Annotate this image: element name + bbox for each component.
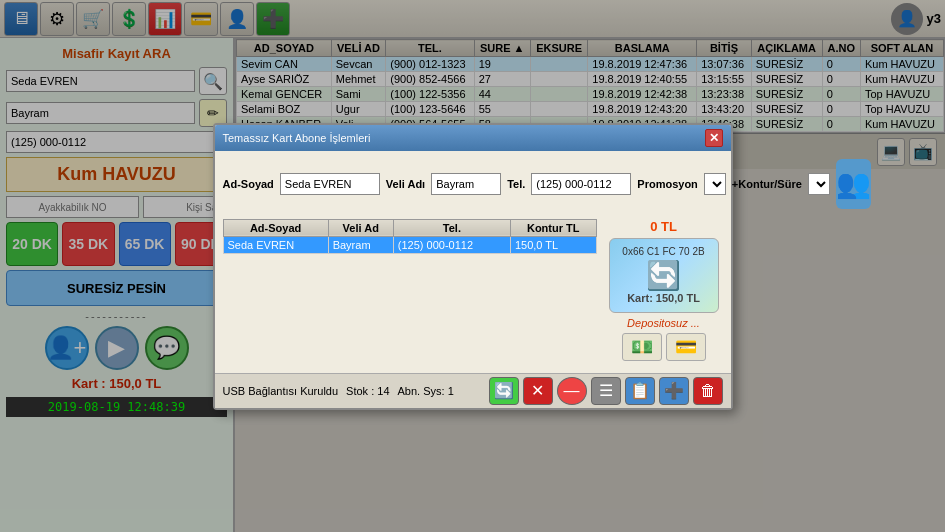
sub-col-tel: Tel. [393,219,510,236]
card-hex: 0x66 C1 FC 70 2B [622,246,704,257]
modal-title: Temassız Kart Abone İşlemleri [223,132,371,144]
card-icon: 🔄 [646,259,681,292]
cancel-x-button[interactable]: ✕ [523,377,553,405]
sub-cell-tel: (125) 000-0112 [393,236,510,253]
table-row[interactable]: Seda EVREN Bayram (125) 000-0112 150,0 T… [223,236,596,253]
modal-action-buttons: 🔄 ✕ — ☰ 📋 ➕ 🗑 [489,377,723,405]
kontur-sure-select[interactable] [808,173,830,195]
sub-col-kontur: Kontur TL [510,219,596,236]
modal-overlay: Temassız Kart Abone İşlemleri ✕ Ad-Soyad… [0,0,945,532]
modal-body: Ad-Soyad Veli Adı Tel. Promosyon +Kontur… [215,151,731,373]
stok-label: Stok : 14 [346,385,389,397]
card-visual: 0x66 C1 FC 70 2B 🔄 Kart: 150,0 TL [609,238,719,313]
card-amount: Kart: 150,0 TL [627,292,700,304]
list-button[interactable]: ☰ [591,377,621,405]
cash-icon[interactable]: 💵 [622,333,662,361]
add-button[interactable]: ➕ [659,377,689,405]
veli-adi-label: Veli Adı [386,178,425,190]
refresh-button[interactable]: 🔄 [489,377,519,405]
ad-soyad-label: Ad-Soyad [223,178,274,190]
modal-titlebar: Temassız Kart Abone İşlemleri ✕ [215,125,731,151]
sub-cell-veli: Bayram [328,236,393,253]
delete-button[interactable]: 🗑 [693,377,723,405]
modal-tel-input[interactable] [531,173,631,195]
abn-label: Abn. Sys: 1 [398,385,454,397]
modal-close-button[interactable]: ✕ [705,129,723,147]
deposit-label: Depositosuz ... [627,317,700,329]
modal-table-section: Ad-Soyad Veli Ad Tel. Kontur TL Seda EVR… [223,215,597,365]
tel-label: Tel. [507,178,525,190]
modal-right-panel: 0 TL 0x66 C1 FC 70 2B 🔄 Kart: 150,0 TL D… [605,215,723,365]
remove-button[interactable]: — [557,377,587,405]
modal-veli-adi-input[interactable] [431,173,501,195]
promosyon-select[interactable] [704,173,726,195]
sub-cell-kontur: 150,0 TL [510,236,596,253]
kontur-balance-label: 0 TL [650,219,677,234]
usb-status-label: USB Bağlantısı Kuruldu [223,385,339,397]
modal-statusbar: USB Bağlantısı Kuruldu Stok : 14 Abn. Sy… [215,373,731,408]
sub-col-veli-ad: Veli Ad [328,219,393,236]
modal-ad-soyad-input[interactable] [280,173,380,195]
modal-avatar: 👥 [836,159,871,209]
credit-card-icon[interactable]: 💳 [666,333,706,361]
kontur-sure-label: +Kontur/Süre [732,178,802,190]
sub-cell-name: Seda EVREN [223,236,328,253]
modal-content-row: Ad-Soyad Veli Ad Tel. Kontur TL Seda EVR… [223,215,723,365]
payment-icons: 💵 💳 [622,333,706,361]
promosyon-label: Promosyon [637,178,698,190]
sub-col-ad-soyad: Ad-Soyad [223,219,328,236]
modal-fields-row: Ad-Soyad Veli Adı Tel. Promosyon +Kontur… [223,159,723,209]
copy-button[interactable]: 📋 [625,377,655,405]
modal-dialog: Temassız Kart Abone İşlemleri ✕ Ad-Soyad… [213,123,733,410]
modal-sub-table: Ad-Soyad Veli Ad Tel. Kontur TL Seda EVR… [223,219,597,254]
